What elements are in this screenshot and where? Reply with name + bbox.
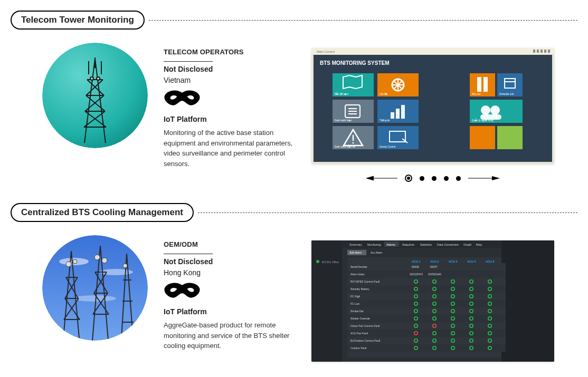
svg-text:Standby Battery: Standby Battery	[350, 287, 369, 291]
shot-col-2: ECOOL Office Summary Monitoring Alarms S…	[311, 235, 556, 362]
svg-rect-25	[497, 126, 523, 149]
svg-rect-114	[347, 293, 506, 300]
screenshot-2[interactable]: ECOOL Office Summary Monitoring Alarms S…	[311, 240, 554, 362]
section-header-2: Centralized BTS Cooling Management	[11, 203, 577, 222]
svg-rect-149	[347, 330, 506, 337]
carousel-dot-1[interactable]	[405, 175, 412, 182]
case-row-2: OEM/ODM Not Disclosed Hong Kong IoT Plat…	[11, 235, 577, 377]
svg-rect-107	[347, 285, 506, 293]
category-2: OEM/ODM	[164, 240, 296, 248]
svg-text:Outdoor Fault: Outdoor Fault	[350, 346, 367, 350]
case-image-1	[42, 43, 148, 148]
svg-rect-86	[501, 240, 554, 362]
svg-rect-40	[396, 109, 400, 119]
svg-text:ECOOL Office: ECOOL Office	[322, 260, 339, 264]
section-title-2: Centralized BTS Cooling Management	[11, 203, 194, 222]
svg-text:Thống kê: Thống kê	[380, 119, 390, 122]
svg-point-63	[66, 262, 71, 267]
svg-rect-92	[347, 263, 506, 270]
client-name-1: Not Disclosed	[164, 61, 213, 73]
svg-text:ACU 2: ACU 2	[430, 260, 439, 263]
platform-title-2: IoT Platform	[164, 307, 296, 316]
svg-text:Danh sách trạm: Danh sách trạm	[335, 119, 352, 122]
svg-text:Quản lý người dùng: Quản lý người dùng	[472, 118, 494, 122]
svg-text:FC Low: FC Low	[350, 302, 360, 305]
svg-point-70	[316, 260, 319, 263]
svg-rect-163	[347, 344, 506, 352]
svg-text:Soft Alarm: Soft Alarm	[349, 251, 362, 254]
carousel-dot-5[interactable]	[456, 176, 461, 181]
svg-text:ACU 4: ACU 4	[467, 260, 476, 263]
case-row-1: TELECOM OPERATORS Not Disclosed Vietnam …	[11, 43, 577, 198]
description-1: Monitoring of the active base station eq…	[164, 128, 296, 169]
svg-text:ACU 3: ACU 3	[449, 260, 458, 263]
svg-text:Schedule Job: Schedule Job	[499, 93, 514, 95]
svg-rect-12	[548, 50, 550, 53]
svg-text:ACU 5: ACU 5	[486, 260, 495, 263]
svg-rect-9	[537, 50, 539, 53]
carousel-dot-3[interactable]	[432, 176, 437, 181]
svg-text:Summary: Summary	[349, 243, 362, 246]
svg-rect-69	[311, 240, 342, 362]
svg-text:Indoor Fan Comms Fault: Indoor Fan Comms Fault	[350, 324, 380, 327]
svg-text:Ex/Outdoor Comms Fault: Ex/Outdoor Comms Fault	[350, 339, 381, 342]
svg-text:60037: 60037	[430, 265, 438, 268]
svg-rect-11	[544, 50, 546, 53]
client-country-2: Hong Kong	[164, 268, 296, 277]
svg-rect-24	[470, 126, 495, 149]
svg-point-67	[123, 264, 127, 268]
section-line	[198, 212, 577, 213]
svg-text:Main Control: Main Control	[317, 50, 335, 53]
svg-point-5	[97, 77, 100, 80]
arrow-right-icon	[468, 176, 500, 181]
svg-text:Cài đặt: Cài đặt	[380, 93, 388, 95]
section-header-1: Telecom Tower Monitoring	[11, 11, 577, 30]
svg-text:RVY2/FES Comms Fault: RVY2/FES Comms Fault	[350, 280, 380, 283]
svg-rect-121	[347, 300, 506, 307]
svg-text:3221225472: 3221225472	[410, 273, 423, 276]
svg-point-64	[73, 259, 77, 264]
svg-point-65	[94, 255, 100, 260]
svg-text:ACU 1: ACU 1	[412, 260, 421, 263]
svg-text:Bản đồ trạm: Bản đồ trạm	[335, 92, 348, 95]
svg-text:Setpoints: Setpoints	[402, 243, 414, 246]
svg-rect-10	[540, 50, 543, 53]
svg-point-43	[490, 105, 500, 115]
svg-rect-32	[483, 77, 488, 92]
client-country-1: Vietnam	[164, 76, 296, 84]
screenshot-1[interactable]: Main Control BTS MONITORING SYSTEM	[311, 48, 554, 164]
svg-text:Báo cáo: Báo cáo	[472, 93, 481, 95]
mask-icon-2	[164, 282, 296, 301]
svg-text:Data Connection: Data Connection	[437, 243, 459, 246]
svg-rect-7	[311, 48, 554, 54]
svg-rect-135	[347, 315, 506, 322]
svg-text:Smoke Det: Smoke Det	[350, 310, 364, 313]
carousel-dot-4[interactable]	[444, 176, 449, 181]
text-col-2: OEM/ODM Not Disclosed Hong Kong IoT Plat…	[164, 235, 296, 351]
svg-text:60036: 60036	[412, 265, 419, 268]
carousel-1	[311, 175, 554, 182]
svg-point-62	[74, 295, 116, 302]
client-name-2: Not Disclosed	[164, 254, 213, 266]
section-title-1: Telecom Tower Monitoring	[11, 11, 145, 30]
svg-text:Acc Alarm: Acc Alarm	[371, 251, 383, 254]
case-image-2	[42, 235, 148, 341]
svg-rect-31	[477, 77, 481, 92]
mask-icon-1	[164, 90, 296, 109]
text-col-1: TELECOM OPERATORS Not Disclosed Vietnam …	[164, 43, 296, 169]
svg-rect-39	[391, 112, 394, 119]
svg-text:Worker Override: Worker Override	[350, 317, 370, 320]
svg-rect-8	[533, 50, 535, 53]
platform-title-1: IoT Platform	[164, 115, 296, 123]
svg-text:2223521640: 2223521640	[428, 273, 442, 276]
svg-text:FC High: FC High	[350, 295, 361, 298]
carousel-dot-2[interactable]	[420, 176, 424, 181]
svg-text:ACU Fan Fault: ACU Fan Fault	[350, 332, 368, 335]
svg-marker-58	[492, 176, 500, 180]
svg-rect-41	[401, 105, 405, 119]
svg-text:Monitoring: Monitoring	[367, 243, 381, 246]
svg-point-4	[90, 77, 93, 80]
category-1: TELECOM OPERATORS	[164, 48, 296, 56]
svg-point-66	[102, 258, 107, 263]
svg-text:Graph: Graph	[463, 243, 471, 246]
